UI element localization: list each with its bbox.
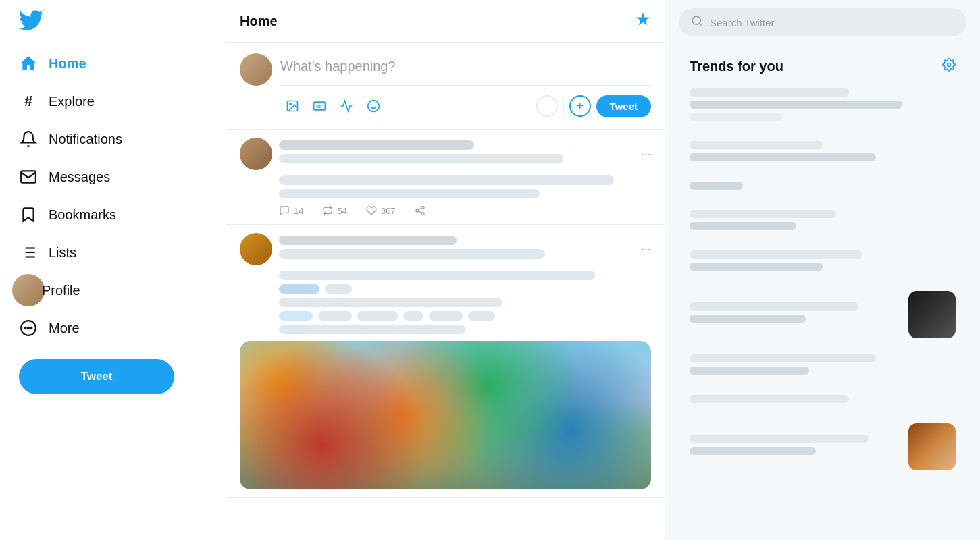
emoji-button[interactable] <box>361 94 386 118</box>
trend-6-line1 <box>690 302 858 310</box>
trend-item-with-image-2[interactable] <box>679 415 966 479</box>
tweet-card-2: ··· <box>226 225 665 498</box>
notifications-icon <box>19 130 38 148</box>
circle-button[interactable] <box>536 95 558 117</box>
tweet-text-3 <box>279 271 595 280</box>
retweet-count: 54 <box>337 206 346 216</box>
sparkle-icon[interactable] <box>635 11 651 31</box>
trend-6-line2 <box>690 315 806 323</box>
trend-thumbnail-2 <box>908 423 956 470</box>
compose-actions: GIF + Tweet <box>280 85 651 118</box>
tweet-highlight-2 <box>318 311 352 321</box>
trends-title: Trends for you <box>690 59 783 74</box>
sidebar-item-explore[interactable]: # Explore <box>8 84 133 119</box>
tweet-options-2[interactable]: ··· <box>641 242 651 256</box>
tweet-text-2 <box>279 189 540 198</box>
trends-settings-button[interactable] <box>942 58 956 75</box>
tweet-highlight-6 <box>468 311 495 321</box>
tweet-options[interactable]: ··· <box>641 147 651 161</box>
svg-point-22 <box>692 16 700 24</box>
tweet-highlight-3 <box>357 311 398 321</box>
tweet-handle-skeleton <box>279 154 563 163</box>
sidebar-item-home-label: Home <box>49 56 86 72</box>
trend-9-line1 <box>690 435 869 443</box>
trend-text-block-2 <box>690 435 900 459</box>
search-input[interactable] <box>710 17 954 28</box>
trend-item-4[interactable] <box>679 202 966 242</box>
sidebar-item-bookmarks-label: Bookmarks <box>49 207 116 223</box>
compose-tweet-button[interactable]: Tweet <box>596 95 651 117</box>
tweet-image[interactable] <box>240 341 651 489</box>
more-icon <box>19 319 38 338</box>
sidebar-item-lists-label: Lists <box>49 245 76 261</box>
sidebar-item-messages-label: Messages <box>49 169 110 185</box>
feed-header: Home <box>226 0 665 43</box>
compose-area: What's happening? GIF <box>280 53 651 118</box>
trend-item-5[interactable] <box>679 242 966 283</box>
image-upload-button[interactable] <box>280 94 305 118</box>
trend-text-block-1 <box>690 302 900 327</box>
reply-stat[interactable]: 14 <box>279 205 303 216</box>
sidebar-item-notifications[interactable]: Notifications <box>8 122 133 157</box>
trend-item-6[interactable] <box>679 346 966 387</box>
tweet-user-row: ··· <box>240 138 651 170</box>
twitter-logo[interactable] <box>8 0 54 43</box>
compose-input[interactable]: What's happening? <box>280 53 651 85</box>
search-bar[interactable] <box>679 8 966 36</box>
tweet-meta <box>279 140 634 167</box>
sidebar-item-profile[interactable]: Profile <box>8 273 133 308</box>
tweet-username-skeleton <box>279 140 474 150</box>
poll-button[interactable] <box>334 94 359 118</box>
trend-8-line1 <box>690 395 849 403</box>
explore-icon: # <box>19 92 38 111</box>
sidebar-item-lists[interactable]: Lists <box>8 235 133 270</box>
svg-line-23 <box>699 23 701 25</box>
svg-point-9 <box>30 327 32 329</box>
tweet-meta-2 <box>279 236 634 263</box>
trend-item-3[interactable] <box>679 173 966 202</box>
trend-2-line2 <box>690 153 876 161</box>
share-stat[interactable] <box>415 205 425 216</box>
lists-icon <box>19 243 38 262</box>
trend-9-line2 <box>690 447 816 455</box>
messages-icon <box>19 167 38 186</box>
sidebar-item-profile-label: Profile <box>42 283 80 298</box>
trend-4-line2 <box>690 222 796 230</box>
trend-1-line3 <box>690 113 783 121</box>
tweet-text-5 <box>279 298 502 307</box>
tweet-link-skeleton <box>279 284 319 294</box>
tweet-button[interactable]: Tweet <box>19 359 174 394</box>
retweet-stat[interactable]: 54 <box>322 205 346 216</box>
like-stat[interactable]: 807 <box>366 205 396 216</box>
trend-7-line1 <box>690 354 876 362</box>
trend-7-line2 <box>690 367 809 375</box>
sidebar-item-notifications-label: Notifications <box>49 132 122 147</box>
sidebar-item-more[interactable]: More <box>8 310 133 346</box>
left-sidebar: Home # Explore Notifications Messages Bo… <box>0 0 226 540</box>
tweet-user-row-2: ··· <box>240 233 651 265</box>
trend-1-line1 <box>690 88 849 97</box>
sidebar-item-home[interactable]: Home <box>8 46 133 81</box>
add-button[interactable]: + <box>569 95 591 117</box>
compose-box: What's happening? GIF <box>226 43 665 130</box>
trend-item-2[interactable] <box>679 133 966 173</box>
trend-item-with-image-1[interactable] <box>679 283 966 346</box>
trend-item-7[interactable] <box>679 387 966 415</box>
trend-item-1[interactable] <box>679 80 966 133</box>
svg-point-18 <box>416 209 419 212</box>
tweet-text-6 <box>279 325 465 334</box>
right-sidebar: Trends for you <box>665 0 980 540</box>
trends-card: Trends for you <box>679 47 966 479</box>
svg-point-8 <box>25 327 26 329</box>
sidebar-item-messages[interactable]: Messages <box>8 159 133 194</box>
svg-line-21 <box>418 208 421 210</box>
main-feed: Home What's happening? GIF <box>226 0 665 540</box>
tweet-handle-skeleton-2 <box>279 249 545 259</box>
profile-icon <box>19 281 38 300</box>
tweet-avatar <box>240 138 272 170</box>
trends-header: Trends for you <box>679 47 966 80</box>
main-nav: Home # Explore Notifications Messages Bo… <box>8 46 133 348</box>
sidebar-item-bookmarks[interactable]: Bookmarks <box>8 197 133 232</box>
gif-button[interactable]: GIF <box>307 94 332 118</box>
trend-5-line2 <box>690 263 823 271</box>
